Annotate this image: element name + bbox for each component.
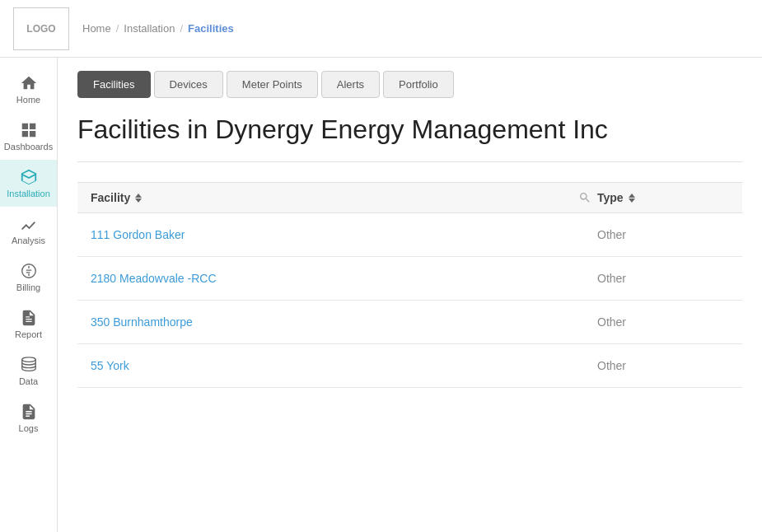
sidebar-label-data: Data	[19, 376, 38, 386]
svg-point-1	[21, 357, 35, 362]
type-sort-up-icon	[629, 194, 635, 198]
content-inner: Facilities Devices Meter Points Alerts P…	[58, 58, 762, 401]
sidebar-item-logs[interactable]: Logs	[0, 394, 57, 441]
tab-devices[interactable]: Devices	[154, 71, 223, 98]
table-row: 2180 Meadowvale -RCC Other	[77, 257, 742, 301]
sidebar-label-billing: Billing	[16, 282, 40, 292]
tab-meter-points[interactable]: Meter Points	[227, 71, 318, 98]
billing-icon	[20, 262, 38, 280]
title-divider	[77, 161, 742, 162]
table-body: 111 Gordon Baker Other 2180 Meadowvale -…	[77, 213, 742, 388]
sidebar-label-report: Report	[15, 329, 42, 339]
facilities-table: Facility Type	[77, 182, 742, 388]
breadcrumb-sep-1: /	[116, 22, 119, 35]
type-sort-icon[interactable]	[629, 194, 635, 203]
table-header: Facility Type	[77, 182, 742, 213]
logs-icon	[20, 403, 38, 421]
sidebar-item-report[interactable]: Report	[0, 301, 57, 348]
home-icon	[20, 74, 38, 92]
dashboards-icon	[20, 121, 38, 139]
sidebar-label-home: Home	[16, 95, 40, 105]
row-facility-0[interactable]: 111 Gordon Baker	[91, 228, 573, 241]
row-facility-3[interactable]: 55 York	[91, 359, 573, 372]
col-type-label: Type	[597, 191, 624, 204]
sidebar: Home Dashboards Installation Analysis	[0, 58, 58, 532]
search-icon	[578, 191, 591, 204]
col-facility-label: Facility	[91, 191, 130, 204]
logo: LOGO	[13, 7, 69, 50]
sidebar-label-dashboards: Dashboards	[4, 142, 53, 152]
sidebar-item-home[interactable]: Home	[0, 66, 57, 113]
type-sort-down-icon	[629, 198, 635, 203]
col-search[interactable]	[573, 191, 597, 204]
data-icon	[20, 356, 38, 374]
row-facility-1[interactable]: 2180 Meadowvale -RCC	[91, 272, 573, 285]
main-area: Home Dashboards Installation Analysis	[0, 58, 762, 532]
sidebar-label-logs: Logs	[19, 423, 39, 433]
breadcrumb-sep-2: /	[180, 22, 183, 35]
tab-bar: Facilities Devices Meter Points Alerts P…	[77, 71, 742, 98]
facility-sort-icon[interactable]	[135, 194, 142, 203]
analysis-icon	[20, 215, 38, 233]
table-row: 55 York Other	[77, 344, 742, 388]
table-row: 111 Gordon Baker Other	[77, 213, 742, 257]
row-type-2: Other	[597, 315, 729, 329]
col-header-type: Type	[597, 191, 729, 204]
sort-up-icon	[135, 194, 142, 198]
sidebar-item-analysis[interactable]: Analysis	[0, 207, 57, 254]
page-title: Facilities in Dynergy Energy Management …	[77, 114, 742, 145]
tab-facilities[interactable]: Facilities	[77, 71, 151, 98]
breadcrumb-home[interactable]: Home	[82, 22, 111, 35]
tab-alerts[interactable]: Alerts	[321, 71, 380, 98]
installation-icon	[20, 168, 38, 186]
table-row: 350 Burnhamthorpe Other	[77, 301, 742, 344]
sidebar-item-installation[interactable]: Installation	[0, 160, 57, 207]
sidebar-label-installation: Installation	[7, 189, 50, 198]
breadcrumb-facilities: Facilities	[188, 22, 234, 35]
sidebar-item-billing[interactable]: Billing	[0, 254, 57, 301]
top-bar: LOGO Home / Installation / Facilities	[0, 0, 762, 58]
row-type-3: Other	[597, 359, 729, 372]
tab-portfolio[interactable]: Portfolio	[383, 71, 454, 98]
sidebar-label-analysis: Analysis	[12, 236, 45, 245]
content-area: Facilities Devices Meter Points Alerts P…	[58, 58, 762, 532]
row-facility-2[interactable]: 350 Burnhamthorpe	[91, 315, 573, 329]
row-type-1: Other	[597, 272, 729, 285]
breadcrumb: Home / Installation / Facilities	[82, 22, 234, 35]
breadcrumb-installation[interactable]: Installation	[124, 22, 175, 35]
col-header-facility: Facility	[91, 191, 573, 204]
sidebar-item-dashboards[interactable]: Dashboards	[0, 113, 57, 160]
row-type-0: Other	[597, 228, 729, 241]
sidebar-item-data[interactable]: Data	[0, 348, 57, 394]
report-icon	[20, 309, 38, 327]
sort-down-icon	[135, 198, 142, 203]
app-wrapper: LOGO Home / Installation / Facilities Ho…	[0, 0, 762, 532]
